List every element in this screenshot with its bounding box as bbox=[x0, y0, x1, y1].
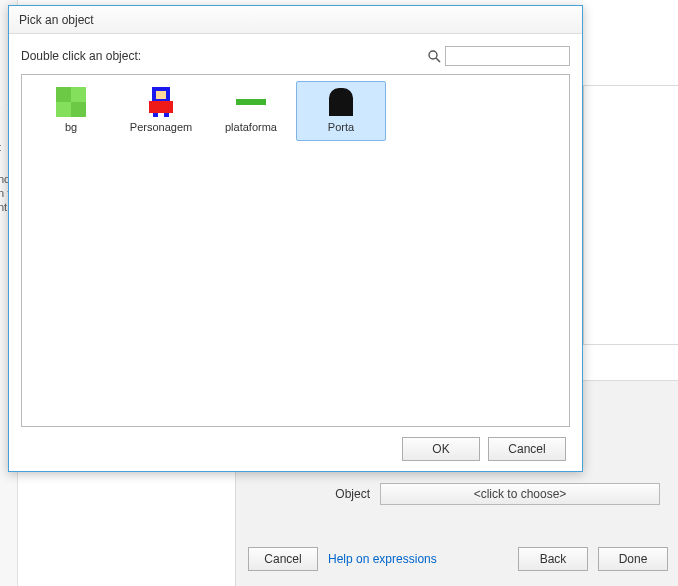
porta-thumb-icon bbox=[329, 88, 353, 116]
wizard-done-button[interactable]: Done bbox=[598, 547, 668, 571]
object-thumb bbox=[235, 86, 267, 118]
bg-fragment: : bbox=[0, 102, 1, 116]
search-icon bbox=[427, 49, 441, 63]
object-item-plataforma[interactable]: plataforma bbox=[206, 81, 296, 141]
object-thumb bbox=[325, 86, 357, 118]
right-panel-partial bbox=[583, 85, 678, 345]
object-item-porta[interactable]: Porta bbox=[296, 81, 386, 141]
object-item-personagem[interactable]: Personagem bbox=[116, 81, 206, 141]
ok-button[interactable]: OK bbox=[402, 437, 480, 461]
help-expressions-link[interactable]: Help on expressions bbox=[328, 552, 437, 566]
pick-object-dialog: Pick an object Double click an object: b… bbox=[8, 5, 583, 472]
dialog-body: Double click an object: bgPersonagemplat… bbox=[9, 34, 582, 471]
personagem-thumb-icon bbox=[147, 87, 175, 117]
wizard-cancel-button[interactable]: Cancel bbox=[248, 547, 318, 571]
object-label: Porta bbox=[328, 121, 354, 133]
dialog-title: Pick an object bbox=[9, 6, 582, 34]
search-wrap bbox=[427, 46, 570, 66]
bg-thumb-icon bbox=[56, 87, 86, 117]
plataforma-thumb-icon bbox=[236, 99, 266, 105]
svg-point-0 bbox=[429, 51, 437, 59]
instruction-text: Double click an object: bbox=[21, 49, 141, 63]
object-label: bg bbox=[65, 121, 77, 133]
object-list-area[interactable]: bgPersonagemplataformaPorta bbox=[21, 74, 570, 427]
bg-fragment: t bbox=[0, 140, 1, 154]
wizard-back-button[interactable]: Back bbox=[518, 547, 588, 571]
dialog-cancel-button[interactable]: Cancel bbox=[488, 437, 566, 461]
wizard-button-row: Cancel Help on expressions Back Done bbox=[248, 547, 668, 571]
dialog-button-row: OK Cancel bbox=[21, 427, 570, 465]
object-row: Object <click to choose> bbox=[260, 482, 670, 506]
object-grid: bgPersonagemplataformaPorta bbox=[26, 81, 565, 141]
search-input[interactable] bbox=[445, 46, 570, 66]
bg-fragment: nt bbox=[0, 200, 7, 214]
object-label: Personagem bbox=[130, 121, 192, 133]
click-to-choose-button[interactable]: <click to choose> bbox=[380, 483, 660, 505]
dialog-topline: Double click an object: bbox=[21, 44, 570, 68]
svg-line-1 bbox=[436, 58, 440, 62]
object-thumb bbox=[55, 86, 87, 118]
object-item-bg[interactable]: bg bbox=[26, 81, 116, 141]
object-label: plataforma bbox=[225, 121, 277, 133]
object-label: Object bbox=[260, 487, 370, 501]
object-thumb bbox=[145, 86, 177, 118]
